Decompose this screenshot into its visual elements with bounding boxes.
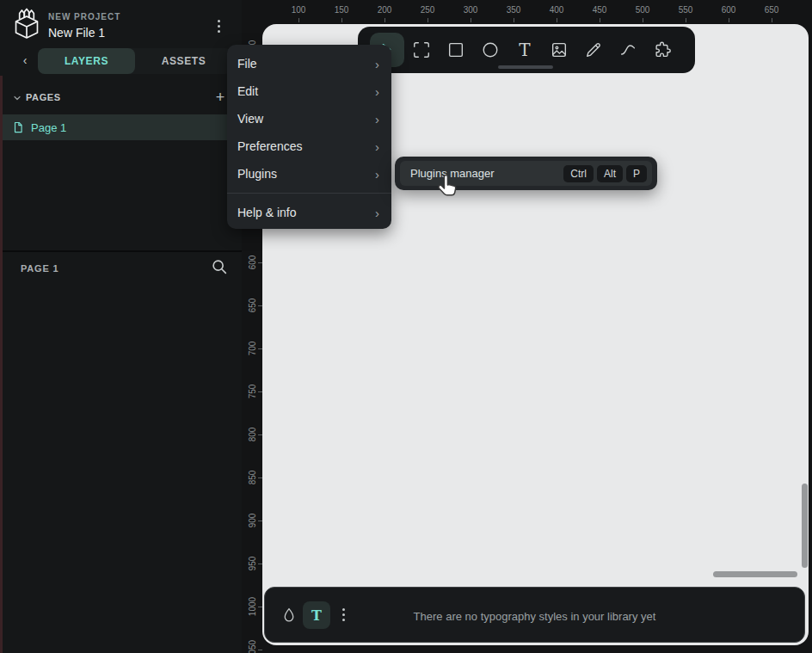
ruler-tick <box>258 391 262 392</box>
ruler-label: 650 <box>248 299 257 313</box>
page-name: Page 1 <box>31 121 66 134</box>
design-toolbar: T <box>358 27 695 73</box>
menu-item-plugins[interactable]: Plugins › <box>227 160 391 188</box>
palette-options-button[interactable] <box>341 607 347 623</box>
key-badge-ctrl: Ctrl <box>563 165 594 182</box>
ruler-tick <box>258 434 262 435</box>
board-tool-button[interactable] <box>404 33 439 67</box>
page-icon <box>12 120 24 134</box>
menu-item-preferences[interactable]: Preferences › <box>227 132 391 160</box>
ruler-label: 700 <box>248 342 257 356</box>
menu-item-file[interactable]: File › <box>227 50 391 77</box>
vertical-scrollbar[interactable] <box>802 484 808 568</box>
pointer-hand-cursor <box>434 174 458 200</box>
toolbar-drag-handle[interactable] <box>498 65 553 69</box>
pen-tool-button[interactable] <box>576 33 611 67</box>
ruler-tick <box>729 18 729 22</box>
curve-tool-button[interactable] <box>611 33 645 67</box>
ruler-label: 600 <box>248 256 257 270</box>
ruler-label: 500 <box>636 5 650 15</box>
menu-separator <box>227 193 391 194</box>
ruler-tick <box>471 18 471 22</box>
tab-layers[interactable]: LAYERS <box>38 48 135 74</box>
key-badge-alt: Alt <box>597 165 623 182</box>
ruler-tick <box>298 18 299 22</box>
ruler-tick <box>643 18 643 22</box>
ruler-label: 950 <box>248 557 257 571</box>
page-list-item[interactable]: Page 1 <box>0 114 242 140</box>
image-icon <box>550 40 569 59</box>
ruler-tick <box>600 18 600 22</box>
pencil-icon <box>584 40 603 59</box>
ruler-label: 800 <box>248 428 257 442</box>
typography-styles-button[interactable]: T <box>303 601 330 629</box>
ruler-tick <box>341 18 342 22</box>
ruler-label: 200 <box>378 5 392 15</box>
plugins-tool-button[interactable] <box>645 33 680 67</box>
layers-page-title: PAGE 1 <box>21 263 58 274</box>
ruler-tick <box>258 348 262 349</box>
image-tool-button[interactable] <box>542 33 576 67</box>
ruler-tick <box>772 18 772 22</box>
menu-item-label: File <box>237 57 257 71</box>
file-menu-button[interactable] <box>216 18 222 34</box>
project-name: NEW PROJECT <box>48 12 120 22</box>
ruler-tick <box>258 305 262 306</box>
ruler-label: 300 <box>464 5 478 15</box>
ruler-tick <box>258 650 262 650</box>
penpot-logo-icon <box>10 8 43 40</box>
chevron-right-icon: › <box>375 206 379 220</box>
horizontal-ruler: 100150200250300350400450500550600650 <box>242 0 812 24</box>
file-header: NEW PROJECT New File 1 <box>0 0 242 46</box>
ruler-label: 400 <box>550 5 564 15</box>
tab-group: LAYERS ASSETS <box>38 48 232 74</box>
ellipse-icon <box>481 40 500 59</box>
ellipse-tool-button[interactable] <box>473 33 508 67</box>
tab-assets[interactable]: ASSETS <box>135 48 232 74</box>
ruler-tick <box>258 607 262 607</box>
chevron-right-icon: › <box>375 139 379 154</box>
ruler-label: 150 <box>335 5 349 15</box>
text-tool-button[interactable]: T <box>508 33 542 67</box>
typography-palette: T There are no typography styles in your… <box>264 587 805 643</box>
chevron-right-icon: › <box>375 112 379 126</box>
curve-icon <box>618 40 637 59</box>
ruler-tick <box>258 521 262 521</box>
ruler-label: 850 <box>248 471 257 485</box>
menu-item-view[interactable]: View › <box>227 105 391 132</box>
layers-section-header: PAGE 1 <box>0 252 242 286</box>
droplet-icon <box>280 606 298 625</box>
collapse-sidebar-button[interactable]: ‹ <box>17 53 33 71</box>
key-badge-p: P <box>626 165 647 182</box>
sidebar-tabs: ‹ LAYERS ASSETS <box>0 48 242 76</box>
menu-item-label: Preferences <box>237 139 302 153</box>
rectangle-tool-button[interactable] <box>439 33 473 67</box>
menu-item-help-info[interactable]: Help & info › <box>227 199 391 226</box>
ruler-tick <box>258 477 262 478</box>
rectangle-icon <box>446 40 465 59</box>
penpot-workspace: 100150200250300350400450500550600650 350… <box>0 0 812 653</box>
pages-title: PAGES <box>26 92 61 102</box>
menu-item-label: View <box>237 112 263 126</box>
horizontal-scrollbar[interactable] <box>713 571 797 577</box>
ruler-tick <box>557 18 557 22</box>
color-styles-button[interactable] <box>280 606 298 625</box>
ruler-label: 250 <box>421 5 435 15</box>
ruler-label: 1050 <box>248 640 257 653</box>
ruler-label: 100 <box>292 5 306 15</box>
menu-item-edit[interactable]: Edit › <box>227 77 391 105</box>
search-icon[interactable] <box>210 257 229 276</box>
ruler-tick <box>428 18 428 22</box>
ruler-tick <box>258 262 262 263</box>
ruler-label: 450 <box>593 5 607 15</box>
menu-item-label: Edit <box>237 84 258 98</box>
ruler-label: 600 <box>722 5 736 15</box>
menu-item-label: Help & info <box>237 206 296 219</box>
left-sidebar: NEW PROJECT New File 1 ‹ LAYERS ASSETS P… <box>0 0 242 653</box>
ruler-label: 1000 <box>248 597 257 616</box>
chevron-right-icon: › <box>375 57 379 71</box>
main-menu: File › Edit › View › Preferences › Plugi… <box>227 45 391 229</box>
puzzle-icon <box>653 40 672 59</box>
chevron-down-icon[interactable] <box>12 93 22 103</box>
ruler-label: 750 <box>248 385 257 399</box>
